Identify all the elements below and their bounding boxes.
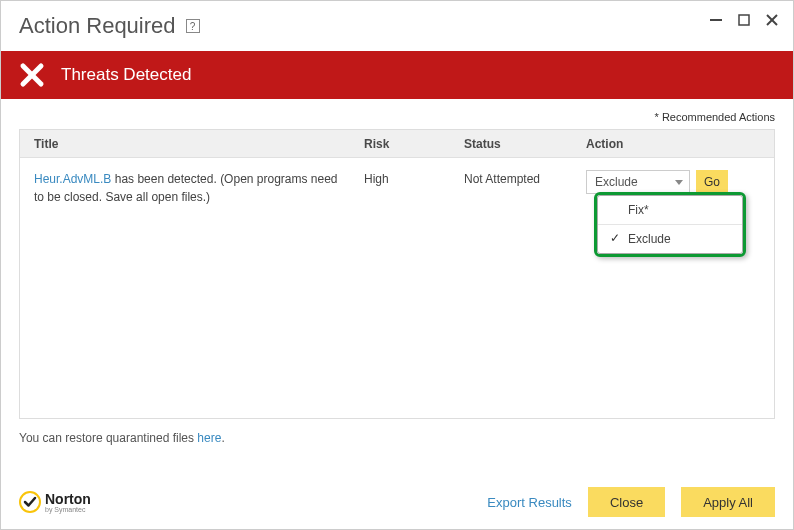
norton-subtitle: by Symantec [45, 506, 91, 513]
col-header-status: Status [460, 137, 582, 151]
maximize-button[interactable] [735, 11, 753, 29]
action-dropdown-menu: Fix* Exclude [594, 192, 746, 257]
norton-check-icon [19, 491, 41, 513]
close-button[interactable]: Close [588, 487, 665, 517]
norton-name: Norton [45, 492, 91, 506]
norton-logo: Norton by Symantec [19, 491, 91, 513]
help-icon[interactable]: ? [186, 19, 200, 33]
action-select[interactable]: Exclude [586, 170, 690, 194]
svg-rect-1 [739, 15, 749, 25]
minimize-button[interactable] [707, 11, 725, 29]
dropdown-option-fix[interactable]: Fix* [598, 196, 742, 225]
chevron-down-icon [675, 180, 683, 185]
export-results-link[interactable]: Export Results [487, 495, 572, 510]
threat-banner: Threats Detected [1, 51, 793, 99]
threats-table: Title Risk Status Action Heur.AdvML.B ha… [19, 129, 775, 419]
go-button[interactable]: Go [696, 170, 728, 194]
col-header-risk: Risk [360, 137, 460, 151]
dropdown-option-exclude[interactable]: Exclude [598, 225, 742, 253]
action-select-value: Exclude [595, 175, 638, 189]
banner-title: Threats Detected [61, 65, 191, 85]
threat-status: Not Attempted [460, 170, 582, 206]
restore-here-link[interactable]: here [197, 431, 221, 445]
threat-risk: High [360, 170, 460, 206]
page-title: Action Required [19, 13, 176, 39]
threat-x-icon [19, 62, 45, 88]
restore-hint: You can restore quarantined files here. [19, 431, 775, 445]
col-header-action: Action [582, 137, 774, 151]
recommended-actions-label: * Recommended Actions [19, 111, 775, 123]
close-window-button[interactable] [763, 11, 781, 29]
apply-all-button[interactable]: Apply All [681, 487, 775, 517]
col-header-title: Title [20, 137, 360, 151]
threat-name-link[interactable]: Heur.AdvML.B [34, 172, 111, 186]
